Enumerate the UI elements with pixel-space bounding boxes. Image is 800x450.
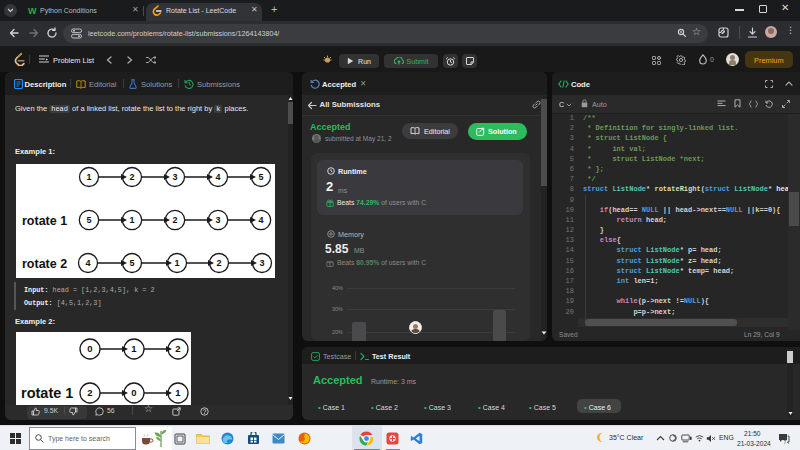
svg-text:5: 5 <box>258 172 263 182</box>
svg-text:1: 1 <box>86 172 91 182</box>
svg-text:1: 1 <box>175 387 181 398</box>
svg-text:rotate 1: rotate 1 <box>21 385 73 401</box>
svg-text:1: 1 <box>129 215 134 225</box>
svg-text:0: 0 <box>87 343 92 354</box>
svg-text:4: 4 <box>258 215 263 225</box>
svg-text:rotate 1: rotate 1 <box>22 214 67 228</box>
svg-text:5: 5 <box>129 258 134 268</box>
svg-text:4: 4 <box>215 172 220 182</box>
svg-text:2: 2 <box>129 172 134 182</box>
svg-text:3: 3 <box>172 172 177 182</box>
svg-text:1: 1 <box>131 343 137 354</box>
svg-text:3: 3 <box>215 215 220 225</box>
svg-text:7: 7 <box>784 439 787 445</box>
svg-text:2: 2 <box>216 258 221 268</box>
svg-text:2: 2 <box>172 215 177 225</box>
svg-text:2: 2 <box>87 387 92 398</box>
svg-text:1: 1 <box>174 258 179 268</box>
svg-text:5: 5 <box>86 215 91 225</box>
svg-text:rotate 2: rotate 2 <box>22 257 67 271</box>
svg-text:4: 4 <box>85 258 90 268</box>
svg-text:3: 3 <box>259 258 264 268</box>
svg-text:0: 0 <box>131 387 136 398</box>
svg-text:2: 2 <box>175 343 180 354</box>
